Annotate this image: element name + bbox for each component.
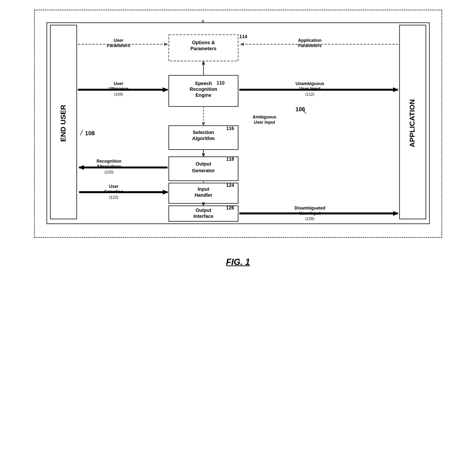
svg-text:Speech: Speech [195,81,212,86]
svg-line-51 [80,130,83,135]
figure-caption: FIG. 1 [226,257,250,267]
svg-text:124: 124 [226,182,234,188]
svg-text:Options &: Options & [192,40,215,45]
svg-text:(128): (128) [305,217,314,221]
svg-text:Recognition: Recognition [190,87,217,92]
svg-marker-79 [393,211,399,216]
svg-text:(122): (122) [109,195,118,199]
svg-text:116: 116 [226,126,234,131]
svg-marker-70 [393,87,399,92]
svg-text:Output: Output [196,208,211,213]
svg-text:Generator: Generator [192,168,215,173]
svg-text:Engine: Engine [196,93,211,98]
svg-text:Interface: Interface [194,214,213,219]
svg-text:Recognition: Recognition [96,159,121,164]
svg-marker-44 [164,43,168,46]
svg-text:User: User [109,184,118,189]
svg-marker-65 [239,43,244,46]
svg-text:(112): (112) [305,92,314,96]
outer-container: 102 END USER APPLICATION Options & Param… [34,10,442,238]
svg-marker-61 [163,190,168,195]
svg-text:User: User [114,38,123,43]
page-wrapper: 102 END USER APPLICATION Options & Param… [22,10,454,267]
diagram-svg: 102 END USER APPLICATION Options & Param… [44,20,432,226]
svg-text:APPLICATION: APPLICATION [408,99,416,147]
svg-text:(120): (120) [104,170,113,174]
svg-text:Input: Input [197,186,209,192]
svg-marker-56 [78,165,84,170]
svg-text:106: 106 [296,106,305,113]
svg-text:Unambiguous: Unambiguous [296,81,324,86]
svg-text:User: User [114,81,123,86]
svg-text:Selection: Selection [193,130,214,135]
svg-text:102: 102 [207,20,217,20]
svg-text:118: 118 [226,156,234,162]
svg-text:Output: Output [196,161,211,166]
svg-text:Application: Application [298,38,322,43]
svg-text:Algorithm: Algorithm [192,136,215,141]
svg-text:126: 126 [226,205,234,210]
svg-text:Ambiguous: Ambiguous [253,115,276,119]
svg-text:Disambiguated: Disambiguated [294,206,325,210]
svg-text:108: 108 [85,130,94,136]
svg-text:(104): (104) [114,92,123,96]
svg-text:User Input: User Input [254,120,275,125]
svg-text:—: — [196,20,202,20]
svg-text:114: 114 [239,34,247,39]
svg-marker-49 [163,87,168,92]
svg-text:Parameters: Parameters [190,46,216,51]
svg-text:END USER: END USER [59,105,67,142]
svg-text:110: 110 [217,80,224,86]
svg-text:Handler: Handler [195,192,212,198]
